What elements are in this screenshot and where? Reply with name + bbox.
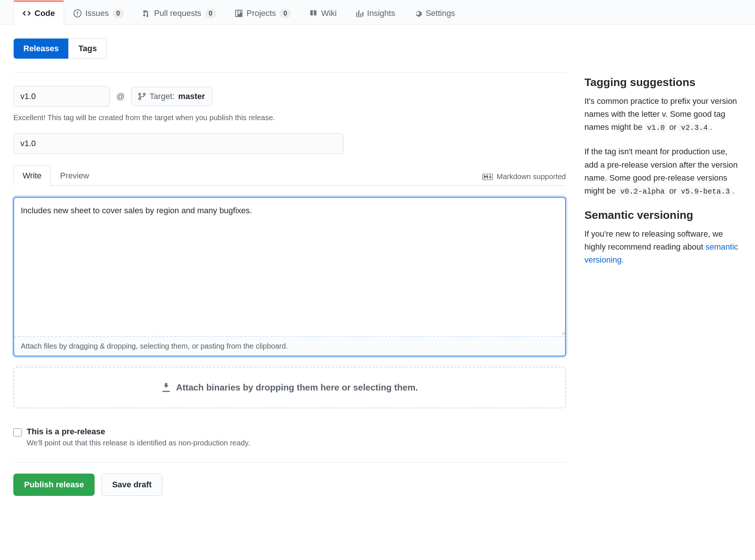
- subnav-tags[interactable]: Tags: [68, 39, 106, 59]
- prerelease-label: This is a pre-release: [27, 427, 250, 437]
- nav-insights[interactable]: Insights: [346, 0, 405, 25]
- tagging-p1: It's common practice to prefix your vers…: [584, 95, 742, 134]
- nav-projects-label: Projects: [247, 9, 276, 18]
- nav-settings[interactable]: Settings: [405, 0, 465, 25]
- sidebar: Tagging suggestions It's common practice…: [584, 38, 742, 496]
- release-title-input[interactable]: [13, 133, 343, 154]
- code-beta: v5.9-beta.3: [679, 187, 732, 197]
- nav-pulls[interactable]: Pull requests 0: [133, 0, 225, 25]
- attach-files-bar[interactable]: Attach files by dragging & dropping, sel…: [14, 336, 565, 356]
- tag-version-input[interactable]: [13, 86, 110, 107]
- subnav: Releases Tags: [13, 38, 107, 59]
- pulls-count: 0: [205, 9, 216, 18]
- code-alpha: v0.2-alpha: [618, 187, 667, 197]
- repo-nav: Code Issues 0 Pull requests 0 Projects 0…: [0, 0, 755, 25]
- attach-binaries-dropzone[interactable]: Attach binaries by dropping them here or…: [13, 367, 566, 408]
- nav-pulls-label: Pull requests: [154, 9, 201, 18]
- save-draft-button[interactable]: Save draft: [101, 474, 162, 496]
- download-icon: [161, 382, 171, 392]
- graph-icon: [355, 9, 363, 17]
- prerelease-note: We'll point out that this release is ide…: [27, 439, 250, 447]
- pull-request-icon: [142, 9, 151, 17]
- issue-icon: [73, 9, 82, 17]
- target-prefix: Target:: [149, 92, 174, 101]
- prerelease-checkbox[interactable]: [13, 428, 22, 437]
- nav-code-label: Code: [34, 9, 55, 18]
- code-icon: [23, 9, 31, 17]
- publish-release-button[interactable]: Publish release: [13, 474, 95, 496]
- tagging-suggestions-heading: Tagging suggestions: [584, 76, 742, 89]
- code-v1: v1.0: [645, 123, 667, 133]
- divider: [13, 72, 566, 73]
- nav-projects[interactable]: Projects 0: [225, 0, 300, 25]
- tab-preview[interactable]: Preview: [51, 165, 98, 186]
- tag-note: Excellent! This tag will be created from…: [13, 113, 566, 122]
- description-editor: Attach files by dragging & dropping, sel…: [13, 197, 566, 356]
- semver-heading: Semantic versioning: [584, 209, 742, 221]
- attach-binaries-label: Attach binaries by dropping them here or…: [176, 382, 418, 392]
- divider: [13, 462, 566, 462]
- projects-count: 0: [280, 9, 291, 18]
- code-v234: v2.3.4: [679, 123, 710, 133]
- book-icon: [309, 9, 317, 17]
- target-branch-name: master: [178, 92, 205, 101]
- nav-wiki-label: Wiki: [321, 9, 337, 18]
- markdown-supported-label: Markdown supported: [497, 172, 566, 181]
- tagging-p2: If the tag isn't meant for production us…: [584, 145, 742, 198]
- tab-write[interactable]: Write: [13, 165, 51, 186]
- markdown-icon: [482, 174, 493, 180]
- at-symbol: @: [116, 92, 125, 101]
- nav-settings-label: Settings: [426, 9, 455, 18]
- target-branch-button[interactable]: Target: master: [131, 87, 212, 106]
- nav-issues[interactable]: Issues 0: [64, 0, 133, 25]
- subnav-releases[interactable]: Releases: [14, 39, 68, 59]
- nav-code[interactable]: Code: [13, 0, 64, 25]
- branch-icon: [138, 93, 146, 100]
- nav-wiki[interactable]: Wiki: [300, 0, 346, 25]
- semver-p: If you're new to releasing software, we …: [584, 227, 742, 267]
- markdown-supported-link[interactable]: Markdown supported: [482, 172, 566, 185]
- description-textarea[interactable]: [14, 198, 565, 335]
- project-icon: [235, 9, 243, 17]
- nav-issues-label: Issues: [85, 9, 109, 18]
- issues-count: 0: [113, 9, 124, 18]
- nav-insights-label: Insights: [367, 9, 395, 18]
- gear-icon: [414, 9, 422, 17]
